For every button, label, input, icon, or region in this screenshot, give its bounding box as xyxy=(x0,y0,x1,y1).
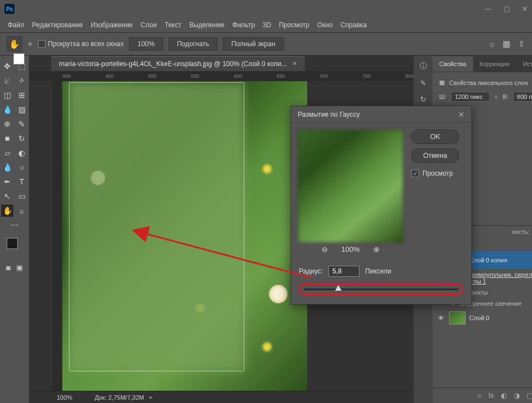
grid-icon[interactable]: ▦ xyxy=(503,39,510,49)
panel-icon[interactable]: ✎ xyxy=(420,79,426,87)
status-zoom[interactable]: 100% xyxy=(57,394,72,401)
layer-name[interactable]: Слой 0 xyxy=(469,315,489,321)
menu-3d[interactable]: 3D xyxy=(263,21,271,29)
layer-name[interactable]: Слой 0 копия xyxy=(469,257,507,263)
status-arrow-icon[interactable]: ▸ xyxy=(150,394,153,401)
dialog-title: Размытие по Гауссу xyxy=(298,111,359,118)
link-layers-icon[interactable]: ⟐ xyxy=(477,391,482,400)
minimize-button[interactable]: — xyxy=(485,5,491,13)
cancel-button[interactable]: Отмена xyxy=(411,148,459,163)
tab-properties[interactable]: Свойства xyxy=(432,56,472,72)
menu-image[interactable]: Изображение xyxy=(91,21,133,29)
frame-tool[interactable]: ⊞ xyxy=(16,89,28,101)
layer-item[interactable]: 👁 Слой 0 xyxy=(435,309,532,327)
scroll-all-checkbox[interactable]: Прокрутка во всех окнах xyxy=(38,40,124,48)
screenmode-icon[interactable]: ▣ xyxy=(16,263,23,272)
document-tabs: maria-victoria-portelles-g4L4OL_KkeE-uns… xyxy=(29,56,413,71)
options-bar: ✋ ▾ Прокрутка во всех окнах 100% Подогна… xyxy=(0,32,532,56)
lasso-tool[interactable]: ⟀ xyxy=(1,74,13,87)
height-input[interactable]: 800 пикс. xyxy=(513,92,532,102)
dialog-preview[interactable] xyxy=(298,130,403,243)
properties-subtitle: Свойства пиксельного слоя xyxy=(449,79,528,86)
move-tool[interactable]: ✥ xyxy=(1,60,13,72)
blur-tool[interactable]: 💧 xyxy=(1,161,13,173)
eyedropper-tool[interactable]: 💧 xyxy=(1,103,13,116)
more-tool[interactable]: ⋯ xyxy=(8,219,21,231)
canvas[interactable] xyxy=(62,81,307,391)
tab-adjustments[interactable]: Коррекция xyxy=(473,56,516,72)
history-brush-tool[interactable]: ↻ xyxy=(16,132,28,145)
maximize-button[interactable]: ▢ xyxy=(504,5,510,13)
zoom-out-icon[interactable]: ⊖ xyxy=(322,245,328,253)
hand-tool-icon[interactable]: ✋ xyxy=(7,36,22,52)
slice-tool[interactable]: ▨ xyxy=(16,103,28,116)
zoom-in-icon[interactable]: ⊕ xyxy=(373,245,380,253)
hand-tool[interactable]: ✋ xyxy=(1,205,13,217)
panel-icon[interactable]: ⓘ xyxy=(420,61,427,71)
radius-slider-highlight xyxy=(299,283,464,295)
fullscreen-button[interactable]: Полный экран xyxy=(223,37,284,51)
group-icon[interactable]: ▢ xyxy=(526,391,532,400)
shape-tool[interactable]: ▭ xyxy=(16,190,28,202)
radius-slider[interactable] xyxy=(304,288,459,290)
share-icon[interactable]: ⇪ xyxy=(518,39,525,49)
foreground-swatch[interactable] xyxy=(7,238,18,249)
brush-tool[interactable]: ✎ xyxy=(16,118,28,130)
fx-icon[interactable]: fx xyxy=(489,391,494,400)
dialog-titlebar[interactable]: Размытие по Гауссу ✕ xyxy=(291,106,471,123)
type-tool[interactable]: T xyxy=(16,176,28,188)
dialog-zoom-value: 100% xyxy=(341,245,359,253)
document-tab[interactable]: maria-victoria-portelles-g4L4OL_KkeE-uns… xyxy=(51,56,305,71)
menu-select[interactable]: Выделение xyxy=(189,21,225,29)
ok-button[interactable]: OK xyxy=(411,130,459,144)
height-label: В: xyxy=(503,93,508,100)
menu-layer[interactable]: Слои xyxy=(141,21,157,29)
dialog-close-icon[interactable]: ✕ xyxy=(458,110,465,119)
fit-button[interactable]: Подогнать xyxy=(169,37,218,51)
pen-tool[interactable]: ✒ xyxy=(1,176,13,188)
panel-icon[interactable]: ↻ xyxy=(420,95,426,103)
zoom-value[interactable]: 100% xyxy=(129,37,163,51)
menu-view[interactable]: Просмотр xyxy=(279,21,309,29)
titlebar: Ps — ▢ ✕ xyxy=(0,0,532,18)
preview-checkbox[interactable]: ✓Просмотр xyxy=(411,170,459,177)
close-button[interactable]: ✕ xyxy=(522,5,528,13)
menu-file[interactable]: Файл xyxy=(8,21,24,29)
radius-input[interactable] xyxy=(328,266,359,277)
width-label: Ш: xyxy=(439,93,446,100)
background-swatch[interactable] xyxy=(13,53,24,64)
menu-filter[interactable]: Фильтр xyxy=(233,21,255,29)
wand-tool[interactable]: ✧ xyxy=(16,74,28,87)
dropdown-icon[interactable]: ▾ xyxy=(28,39,32,49)
menu-edit[interactable]: Редактирование xyxy=(32,21,83,29)
tab-history[interactable]: История xyxy=(516,56,532,72)
close-tab-icon[interactable]: ✕ xyxy=(292,60,297,67)
canvas-content xyxy=(263,342,272,351)
stamp-tool[interactable]: ■ xyxy=(1,132,13,145)
layer-name[interactable]: Прямоугольник, скругл. углы 1 xyxy=(468,271,532,285)
visibility-icon[interactable]: 👁 xyxy=(438,315,446,321)
pixel-layer-icon: ▦ xyxy=(439,79,445,86)
menu-type[interactable]: Текст xyxy=(165,21,181,29)
zoom-tool[interactable]: ⌕ xyxy=(16,205,28,217)
layer-thumb[interactable] xyxy=(449,311,466,325)
path-tool[interactable]: ↖ xyxy=(1,190,13,202)
search-icon[interactable]: ⌕ xyxy=(490,39,495,49)
menu-help[interactable]: Справка xyxy=(341,21,367,29)
adjustment-icon[interactable]: ◑ xyxy=(514,391,520,400)
heal-tool[interactable]: ⊕ xyxy=(1,118,13,130)
app-logo: Ps xyxy=(4,4,14,14)
slider-thumb[interactable] xyxy=(335,285,342,291)
mask-icon[interactable]: ◐ xyxy=(501,391,507,400)
eraser-tool[interactable]: ▱ xyxy=(1,147,13,159)
menubar: Файл Редактирование Изображение Слои Тек… xyxy=(0,18,532,32)
layers-footer: ⟐ fx ◐ ◑ ▢ ▣ 🗑 xyxy=(432,387,532,403)
gradient-tool[interactable]: ◐ xyxy=(16,147,28,159)
link-icon[interactable]: ⟐ xyxy=(494,93,498,101)
status-doc: Док: 2,75M/7,32M xyxy=(95,394,144,401)
width-input[interactable]: 1200 пикс xyxy=(451,92,490,102)
crop-tool[interactable]: ◫ xyxy=(1,89,13,101)
dodge-tool[interactable]: ○ xyxy=(16,161,28,173)
quickmask-icon[interactable]: ◙ xyxy=(6,263,11,272)
menu-window[interactable]: Окно xyxy=(317,21,333,29)
